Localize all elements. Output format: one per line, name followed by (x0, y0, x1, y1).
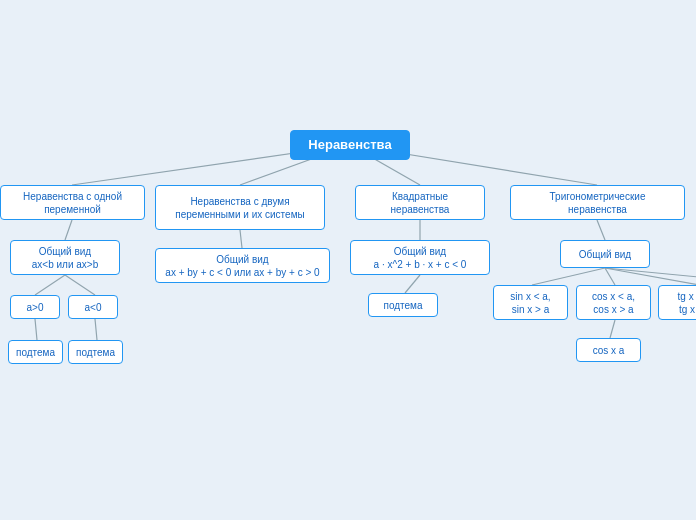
svg-line-15 (605, 268, 696, 285)
svg-line-4 (65, 220, 72, 240)
sub2a-node: Общий вид ax + by + c < 0 или ax + by + … (155, 248, 330, 283)
svg-line-12 (597, 220, 605, 240)
svg-line-6 (65, 275, 95, 295)
svg-line-17 (610, 320, 615, 338)
cat3-node: Квадратные неравенства (355, 185, 485, 220)
a1-node: a>0 (10, 295, 60, 319)
cosx-node: cos x a (576, 338, 641, 362)
svg-line-5 (35, 275, 65, 295)
svg-line-13 (532, 268, 605, 285)
sub3b-node: подтема (368, 293, 438, 317)
cat2-node: Неравенства с двумя переменными и их сис… (155, 185, 325, 230)
s2-node: cos x < a, cos x > a (576, 285, 651, 320)
svg-line-11 (405, 275, 420, 293)
svg-line-16 (605, 268, 696, 285)
pt1-node: подтема (8, 340, 63, 364)
s1-node: sin x < a, sin x > a (493, 285, 568, 320)
svg-line-9 (240, 230, 242, 248)
a2-node: a<0 (68, 295, 118, 319)
root-node: Неравенства (290, 130, 410, 160)
sub4a-node: Общий вид (560, 240, 650, 268)
pt2-node: подтема (68, 340, 123, 364)
svg-line-8 (95, 319, 97, 340)
svg-line-14 (605, 268, 615, 285)
svg-line-7 (35, 319, 37, 340)
cat4-node: Тригонометрические неравенства (510, 185, 685, 220)
cat1-node: Неравенства с одной переменной (0, 185, 145, 220)
sub1a-node: Общий вид ax<b или ax>b (10, 240, 120, 275)
sub3a-node: Общий вид a · x^2 + b · x + c < 0 (350, 240, 490, 275)
s3-node: tg x < a, tg x > a (658, 285, 696, 320)
